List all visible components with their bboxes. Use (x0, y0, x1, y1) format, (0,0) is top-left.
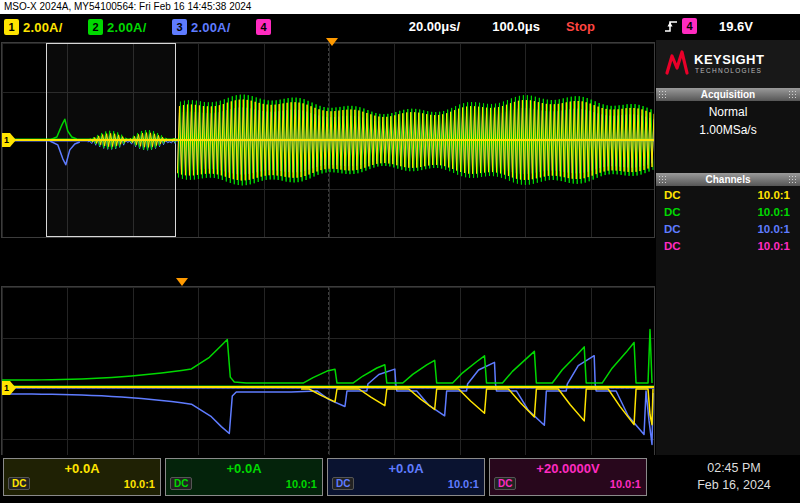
ch2-coupling: DC (664, 206, 681, 218)
timebase-control[interactable]: 20.00μs/ (385, 19, 460, 34)
grip-dots-icon (658, 175, 668, 184)
acquisition-header-label: Acquisition (701, 89, 755, 100)
acquisition-section-header[interactable]: Acquisition (656, 88, 800, 101)
date-readout: Feb 16, 2024 (674, 477, 794, 494)
keysight-spark-icon (664, 49, 690, 79)
ch1-coupling-row[interactable]: DC 10.0:1 (656, 186, 800, 203)
grip-dots-icon (788, 175, 798, 184)
ch2-coupling-row[interactable]: DC 10.0:1 (656, 203, 800, 220)
sidebar: KEYSIGHT TECHNOLOGIES Acquisition Normal… (656, 40, 800, 455)
ch2-measurement-box[interactable]: +0.0A DC 10.0:1 (165, 458, 323, 496)
ch1-value: +0.0A (4, 461, 160, 476)
ch3-value: +0.0A (328, 461, 484, 476)
ch3-probe-ratio: 10.0:1 (757, 223, 790, 235)
channels-header-label: Channels (705, 174, 750, 185)
ch3-coupling: DC (664, 223, 681, 235)
spacer (656, 137, 800, 173)
ch1-scale-control[interactable]: 1 2.00A/ (4, 18, 63, 36)
ch1-probe-ratio: 10.0:1 (757, 189, 790, 201)
run-state-indicator[interactable]: Stop (566, 19, 595, 34)
scope-display-area: 1 1 (0, 40, 656, 455)
ch3-scale-control[interactable]: 3 2.00A/ (172, 18, 231, 36)
main-waveform-display (2, 43, 654, 237)
ch4-coupling: DC (664, 240, 681, 252)
grip-dots-icon (788, 90, 798, 99)
ch2-scale-control[interactable]: 2 2.00A/ (88, 18, 147, 36)
ch4-value: +20.0000V (490, 461, 646, 476)
ch2-coupling-chip: DC (170, 477, 192, 490)
delay-readout[interactable]: 100.0μs (475, 19, 540, 34)
grip-dots-icon (658, 90, 668, 99)
brand-name: KEYSIGHT (694, 52, 764, 67)
ch3-probe: 10.0:1 (448, 478, 479, 490)
ch2-badge: 2 (88, 19, 103, 35)
ch3-scale: 2.00A/ (191, 20, 231, 35)
sample-rate: 1.00MSa/s (656, 123, 800, 137)
ch2-probe-ratio: 10.0:1 (757, 206, 790, 218)
ch4-measurement-box[interactable]: +20.0000V DC 10.0:1 (489, 458, 647, 496)
zoom-trigger-marker[interactable] (176, 278, 188, 286)
ch1-badge: 1 (4, 19, 19, 35)
status-bar: 1 2.00A/ 2 2.00A/ 3 2.00A/ 4 20.00μs/ 10… (0, 14, 800, 40)
ch2-probe: 10.0:1 (286, 478, 317, 490)
ch4-probe: 10.0:1 (610, 478, 641, 490)
ch4-scale-control[interactable]: 4 (256, 18, 275, 36)
window-title: MSO-X 2024A, MY54100564: Fri Feb 16 14:4… (0, 0, 800, 14)
trigger-time-marker[interactable] (326, 38, 338, 46)
trigger-control[interactable]: 4 19.6V (664, 18, 753, 34)
ch4-probe-ratio: 10.0:1 (757, 240, 790, 252)
acquisition-mode: Normal (656, 105, 800, 119)
ch2-scale: 2.00A/ (107, 20, 147, 35)
ch4-badge: 4 (256, 19, 271, 35)
brand-subtitle: TECHNOLOGIES (695, 67, 762, 74)
ch3-badge: 3 (172, 19, 187, 35)
ch1-scale: 2.00A/ (23, 20, 63, 35)
measurement-bar: +0.0A DC 10.0:1 +0.0A DC 10.0:1 +0.0A DC… (0, 455, 800, 503)
keysight-logo: KEYSIGHT TECHNOLOGIES (656, 40, 800, 88)
ch3-coupling-chip: DC (332, 477, 354, 490)
trigger-level-readout: 19.6V (701, 19, 753, 34)
ch4-coupling-row[interactable]: DC 10.0:1 (656, 237, 800, 254)
edge-trigger-icon (664, 18, 678, 34)
ch3-coupling-row[interactable]: DC 10.0:1 (656, 220, 800, 237)
ch1-coupling: DC (664, 189, 681, 201)
ch1-measurement-box[interactable]: +0.0A DC 10.0:1 (3, 458, 161, 496)
ch3-measurement-box[interactable]: +0.0A DC 10.0:1 (327, 458, 485, 496)
clock: 02:45 PM Feb 16, 2024 (674, 460, 794, 494)
channels-section-header[interactable]: Channels (656, 173, 800, 186)
ch1-coupling-chip: DC (8, 477, 30, 490)
main-timebase-panel: 1 (1, 42, 655, 238)
oscilloscope-screen: MSO-X 2024A, MY54100564: Fri Feb 16 14:4… (0, 0, 800, 503)
time-readout: 02:45 PM (674, 460, 794, 477)
ch2-value: +0.0A (166, 461, 322, 476)
ch1-probe: 10.0:1 (124, 478, 155, 490)
trigger-source-badge: 4 (682, 18, 697, 34)
ch4-coupling-chip: DC (494, 477, 516, 490)
